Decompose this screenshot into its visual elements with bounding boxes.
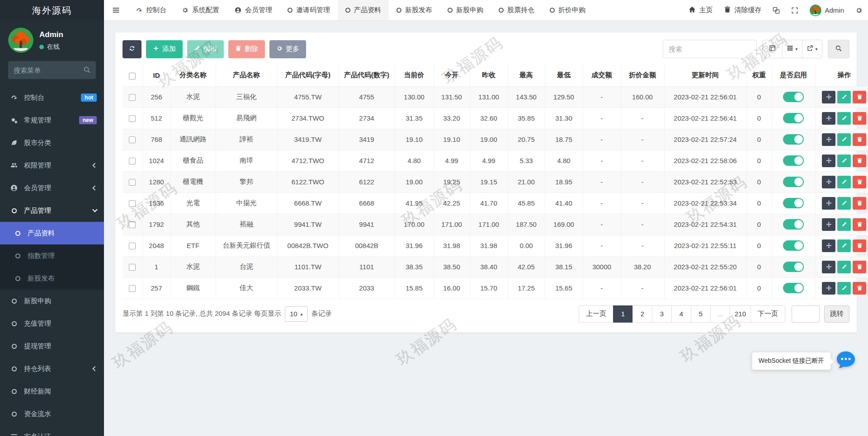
sidebar-search-input[interactable]	[8, 61, 96, 79]
enabled-toggle[interactable]	[783, 155, 804, 166]
page-jump-button[interactable]: 跳转	[824, 305, 849, 323]
delete-button[interactable]: 删除	[228, 40, 265, 58]
row-checkbox[interactable]	[129, 158, 136, 164]
chat-fab-icon[interactable]	[835, 350, 856, 370]
pagination-page-210[interactable]: 210	[730, 305, 751, 323]
sidebar-item-kyc[interactable]: 实名认证	[0, 425, 104, 436]
row-checkbox[interactable]	[129, 285, 136, 292]
columns-button[interactable]: ▾	[782, 40, 802, 58]
detail-view-button[interactable]	[762, 40, 783, 58]
pagination-page-5[interactable]: 5	[691, 305, 711, 323]
row-checkbox[interactable]	[129, 94, 136, 101]
sidebar-item-ipo-publish[interactable]: 新股发布	[0, 267, 104, 290]
menu-toggle-icon[interactable]	[104, 0, 128, 20]
move-button[interactable]	[822, 133, 835, 146]
add-button[interactable]: 添加	[146, 40, 183, 58]
delete-row-button[interactable]	[853, 218, 866, 231]
pagination-page-3[interactable]: 3	[652, 305, 672, 323]
sidebar-item-members[interactable]: 会员管理	[0, 177, 104, 199]
row-checkbox[interactable]	[129, 115, 136, 122]
row-checkbox[interactable]	[129, 264, 136, 271]
pagination-next[interactable]: 下一页	[750, 305, 785, 323]
sidebar-item-market-category[interactable]: 股市分类	[0, 131, 104, 154]
edit-row-button[interactable]	[837, 218, 851, 231]
tab-stock-positions[interactable]: 股票持仓	[491, 0, 542, 20]
sidebar-item-general[interactable]: 常规管理new	[0, 109, 104, 131]
sidebar-item-console[interactable]: 控制台hot	[0, 86, 104, 109]
sidebar-item-withdraw[interactable]: 提现管理	[0, 335, 104, 357]
edit-row-button[interactable]	[837, 282, 851, 295]
page-jump-input[interactable]	[792, 305, 820, 323]
more-button[interactable]: 更多	[269, 40, 306, 58]
row-checkbox[interactable]	[129, 221, 136, 228]
move-button[interactable]	[822, 197, 835, 210]
edit-row-button[interactable]	[837, 261, 851, 273]
enabled-toggle[interactable]	[783, 113, 804, 123]
edit-row-button[interactable]	[837, 133, 851, 146]
enabled-toggle[interactable]	[783, 219, 804, 230]
delete-row-button[interactable]	[853, 112, 866, 125]
enabled-toggle[interactable]	[783, 177, 804, 187]
delete-row-button[interactable]	[853, 239, 866, 252]
move-button[interactable]	[822, 282, 835, 295]
select-all-checkbox[interactable]	[129, 73, 136, 80]
pagination-page-1[interactable]: 1	[613, 305, 633, 323]
enabled-toggle[interactable]	[783, 283, 804, 293]
search-button[interactable]	[828, 40, 849, 58]
edit-row-button[interactable]	[837, 176, 851, 188]
edit-button[interactable]: 编辑	[187, 40, 224, 58]
move-button[interactable]	[822, 218, 835, 231]
tab-product-info[interactable]: 产品资料	[338, 0, 389, 20]
move-button[interactable]	[822, 261, 835, 273]
search-icon[interactable]	[83, 66, 91, 75]
delete-row-button[interactable]	[853, 197, 866, 210]
user-menu[interactable]: Admin	[810, 5, 844, 16]
move-button[interactable]	[822, 176, 835, 188]
pagination-page-2[interactable]: 2	[632, 305, 652, 323]
tab-ipo-subscribe[interactable]: 新股申购	[440, 0, 491, 20]
delete-row-button[interactable]	[853, 282, 866, 295]
enabled-toggle[interactable]	[783, 134, 804, 145]
delete-row-button[interactable]	[853, 261, 866, 273]
table-search-input[interactable]	[663, 40, 757, 58]
row-checkbox[interactable]	[129, 243, 136, 249]
enabled-toggle[interactable]	[783, 198, 804, 208]
edit-row-button[interactable]	[837, 91, 851, 103]
sidebar-item-index-management[interactable]: 指数管理	[0, 244, 104, 267]
sidebar-item-permissions[interactable]: 权限管理	[0, 154, 104, 177]
tab-discount-subscribe[interactable]: 折价申购	[542, 0, 593, 20]
sidebar-item-ipo-subscribe[interactable]: 新股申购	[0, 290, 104, 312]
enabled-toggle[interactable]	[783, 240, 804, 251]
sidebar-item-recharge[interactable]: 充值管理	[0, 312, 104, 335]
home-button[interactable]: 主页	[689, 6, 712, 14]
enabled-toggle[interactable]	[783, 92, 804, 102]
edit-row-button[interactable]	[837, 239, 851, 252]
enabled-toggle[interactable]	[783, 262, 804, 272]
edit-row-button[interactable]	[837, 155, 851, 167]
page-size-select[interactable]: 10 ▴	[285, 306, 308, 322]
tab-ipo-publish[interactable]: 新股发布	[389, 0, 440, 20]
fullscreen-icon[interactable]	[791, 7, 798, 14]
language-icon[interactable]	[773, 7, 780, 14]
delete-row-button[interactable]	[853, 176, 866, 188]
clear-cache-button[interactable]: 清除缓存	[724, 6, 761, 14]
edit-row-button[interactable]	[837, 197, 851, 210]
row-checkbox[interactable]	[129, 200, 136, 207]
delete-row-button[interactable]	[853, 133, 866, 146]
tab-invite-codes[interactable]: 邀请码管理	[280, 0, 338, 20]
move-button[interactable]	[822, 239, 835, 252]
delete-row-button[interactable]	[853, 91, 866, 103]
tab-console[interactable]: 控制台	[128, 0, 174, 20]
export-button[interactable]: ▾	[802, 40, 822, 58]
sidebar-item-product-info[interactable]: 产品资料	[0, 222, 104, 244]
move-button[interactable]	[822, 155, 835, 167]
sidebar-item-positions[interactable]: 持仓列表	[0, 357, 104, 380]
settings-gear-icon[interactable]	[855, 7, 863, 14]
sidebar-item-capital-flow[interactable]: 资金流水	[0, 403, 104, 425]
refresh-button[interactable]	[123, 40, 142, 58]
tab-members[interactable]: 会员管理	[227, 0, 280, 20]
sidebar-item-finance-news[interactable]: 财经新闻	[0, 380, 104, 403]
move-button[interactable]	[822, 112, 835, 125]
pagination-page-4[interactable]: 4	[671, 305, 691, 323]
row-checkbox[interactable]	[129, 179, 136, 186]
